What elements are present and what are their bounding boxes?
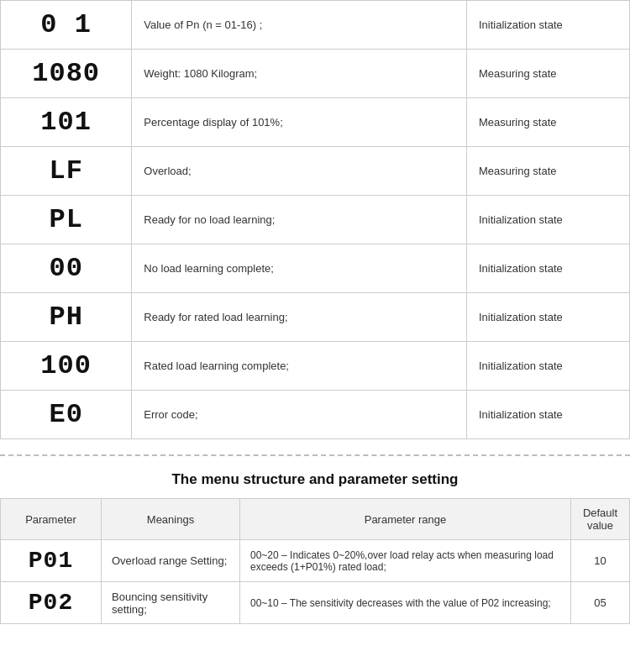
display-icon-cell: 100 <box>1 342 132 391</box>
table-row: 0 1 Value of Pn (n = 01-16) ; Initializa… <box>1 1 630 50</box>
range-cell: 00~10 – The sensitivity decreases with t… <box>240 582 571 624</box>
display-icon-cell: 00 <box>1 244 132 293</box>
description-cell: Overload; <box>132 147 467 196</box>
state-cell: Initialization state <box>467 1 630 50</box>
param-icon: P02 <box>29 590 73 616</box>
table-row: PL Ready for no load learning; Initializ… <box>1 196 630 244</box>
description-cell: Percentage display of 101%; <box>132 98 467 147</box>
section-divider <box>0 454 630 456</box>
table-row: 00 No load learning complete; Initializa… <box>1 244 630 293</box>
display-icon: E0 <box>49 399 82 430</box>
state-cell: Initialization state <box>467 244 630 293</box>
display-icon: 00 <box>49 253 82 284</box>
display-icon-cell: PH <box>1 293 132 342</box>
table-header-row: Parameter Meanings Parameter range Defau… <box>1 499 630 540</box>
col-header-parameter: Parameter <box>1 499 102 540</box>
state-cell: Initialization state <box>467 391 630 439</box>
table-row: PH Ready for rated load learning; Initia… <box>1 293 630 342</box>
display-icon: 1080 <box>32 58 100 89</box>
description-cell: Ready for no load learning; <box>132 196 467 244</box>
display-icon: PL <box>49 204 82 235</box>
display-states-table: 0 1 Value of Pn (n = 01-16) ; Initializa… <box>0 0 630 439</box>
state-cell: Initialization state <box>467 342 630 391</box>
description-cell: No load learning complete; <box>132 244 467 293</box>
state-cell: Measuring state <box>467 98 630 147</box>
default-value-cell: 10 <box>571 540 630 582</box>
col-header-meanings: Meanings <box>102 499 240 540</box>
description-cell: Error code; <box>132 391 467 439</box>
display-icon: PH <box>49 302 82 333</box>
description-cell: Ready for rated load learning; <box>132 293 467 342</box>
table-row: 101 Percentage display of 101%; Measurin… <box>1 98 630 147</box>
state-cell: Measuring state <box>467 50 630 98</box>
meanings-cell: Overload range Setting; <box>102 540 240 582</box>
param-table-row: P01 Overload range Setting; 00~20 – Indi… <box>1 540 630 582</box>
display-icon-cell: 1080 <box>1 50 132 98</box>
table-row: LF Overload; Measuring state <box>1 147 630 196</box>
display-icon-cell: PL <box>1 196 132 244</box>
description-cell: Value of Pn (n = 01-16) ; <box>132 1 467 50</box>
default-value-cell: 05 <box>571 582 630 624</box>
state-cell: Initialization state <box>467 293 630 342</box>
display-icon: 100 <box>40 350 92 381</box>
description-cell: Weight: 1080 Kilogram; <box>132 50 467 98</box>
table-row: 100 Rated load learning complete; Initia… <box>1 342 630 391</box>
section-title: The menu structure and parameter setting <box>0 471 630 488</box>
display-icon: 101 <box>40 107 92 138</box>
table-row: E0 Error code; Initialization state <box>1 391 630 439</box>
col-header-default: Default value <box>571 499 630 540</box>
param-table-row: P02 Bouncing sensitivity setting; 00~10 … <box>1 582 630 624</box>
state-cell: Measuring state <box>467 147 630 196</box>
display-icon-cell: E0 <box>1 391 132 439</box>
meanings-cell: Bouncing sensitivity setting; <box>102 582 240 624</box>
display-icon-cell: LF <box>1 147 132 196</box>
param-icon: P01 <box>29 548 73 574</box>
description-cell: Rated load learning complete; <box>132 342 467 391</box>
display-icon-cell: 0 1 <box>1 1 132 50</box>
param-icon-cell: P01 <box>1 540 102 582</box>
state-cell: Initialization state <box>467 196 630 244</box>
parameter-table: Parameter Meanings Parameter range Defau… <box>0 498 630 624</box>
param-icon-cell: P02 <box>1 582 102 624</box>
range-cell: 00~20 – Indicates 0~20%,over load relay … <box>240 540 571 582</box>
table-row: 1080 Weight: 1080 Kilogram; Measuring st… <box>1 50 630 98</box>
display-icon: LF <box>49 155 82 186</box>
col-header-range: Parameter range <box>240 499 571 540</box>
display-icon-cell: 101 <box>1 98 132 147</box>
display-icon: 0 1 <box>40 9 92 40</box>
